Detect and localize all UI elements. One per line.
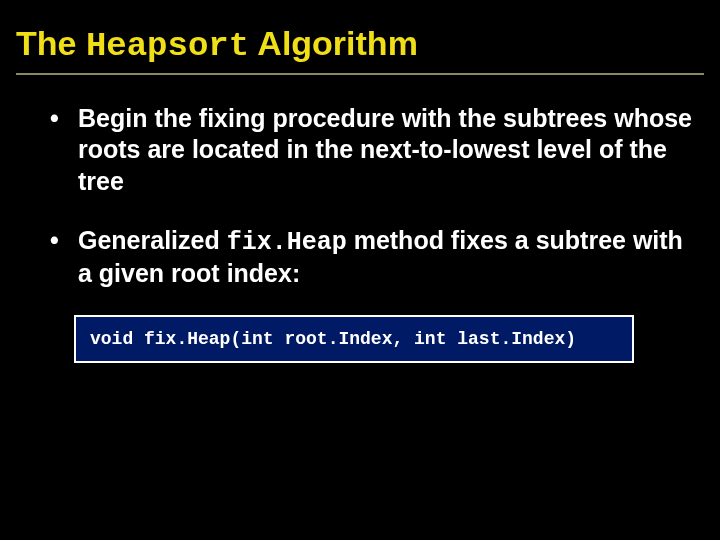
code-box: void fix.Heap(int root.Index, int last.I… bbox=[74, 315, 634, 363]
bullet-item: Begin the fixing procedure with the subt… bbox=[50, 103, 694, 199]
bullet-list: Begin the fixing procedure with the subt… bbox=[16, 103, 704, 289]
code-line: void fix.Heap(int root.Index, int last.I… bbox=[90, 329, 618, 349]
bullet-text-pre: Generalized bbox=[78, 226, 227, 254]
bullet-text-mono: fix.Heap bbox=[227, 228, 347, 257]
slide: The Heapsort Algorithm Begin the fixing … bbox=[0, 0, 720, 540]
bullet-item: Generalized fix.Heap method fixes a subt… bbox=[50, 225, 694, 290]
slide-title: The Heapsort Algorithm bbox=[16, 24, 704, 75]
title-post: Algorithm bbox=[249, 24, 418, 62]
bullet-text-pre: Begin the fixing procedure with the subt… bbox=[78, 104, 692, 195]
title-mono: Heapsort bbox=[86, 27, 249, 65]
title-pre: The bbox=[16, 24, 86, 62]
